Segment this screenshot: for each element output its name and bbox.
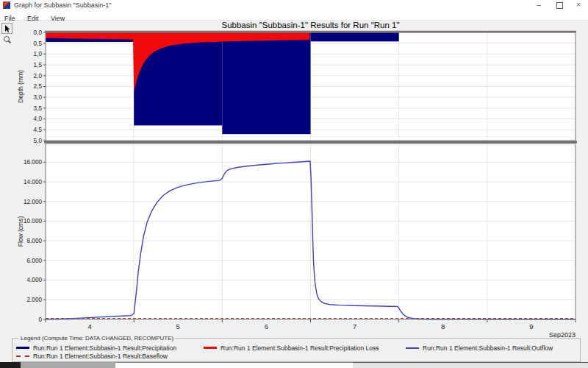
- depth-tick-label: 5,0: [34, 138, 43, 144]
- legend-label-outflow: Run:Run 1 Element:Subbasin-1 Result:Outf…: [423, 344, 553, 352]
- bottom-strip-segment: [21, 362, 115, 368]
- depth-tick-label: 3,0: [34, 94, 43, 101]
- bottom-edge-strip: [0, 362, 588, 368]
- day-tick-label: 9: [529, 322, 533, 330]
- depth-axis-title: Depth (mm): [17, 70, 24, 103]
- flow-tick-label: 8.000: [27, 238, 43, 244]
- day-tick-label: 5: [176, 322, 180, 330]
- baseflow-swatch: [16, 355, 29, 357]
- day-tick-label: 6: [265, 322, 268, 330]
- depth-tick-label: 3,5: [34, 105, 43, 112]
- depth-tick-label: 1,0: [34, 51, 43, 57]
- flow-tick-label: 14.000: [24, 179, 42, 185]
- precipitation-loss-swatch: [204, 347, 217, 349]
- chart-divider: [44, 141, 577, 144]
- day-tick-label: 7: [353, 322, 356, 330]
- bottom-strip-segment: [353, 362, 588, 368]
- legend-item-precipitation: Run:Run 1 Element:Subbasin-1 Result:Prec…: [16, 344, 176, 351]
- depth-tick-label: 1,5: [34, 62, 43, 68]
- depth-tick-label: 4,5: [34, 127, 43, 133]
- flow-tick-label: 10.000: [24, 218, 42, 224]
- precipitation-bar: [311, 32, 399, 41]
- depth-tick-label: 0,0: [34, 29, 43, 36]
- depth-tick-label: 2,5: [34, 83, 43, 90]
- legend-label-precipitation-loss: Run:Run 1 Element:Subbasin-1 Result:Prec…: [220, 344, 379, 352]
- flow-tick-label: 2.000: [27, 297, 43, 303]
- depth-tick-label: 0,5: [34, 40, 43, 47]
- bottom-strip-segment: [0, 362, 21, 368]
- flow-tick-label: 12.000: [24, 199, 42, 205]
- legend-label-precipitation: Run:Run 1 Element:Subbasin-1 Result:Prec…: [33, 344, 176, 352]
- bottom-strip-segment: [115, 362, 353, 368]
- day-tick-label: 8: [441, 322, 445, 330]
- flow-axis-title: Flow (cms): [17, 216, 24, 247]
- flow-tick-label: 16.000: [24, 159, 42, 166]
- depth-tick-label: 2,0: [34, 73, 43, 79]
- precipitation-swatch: [16, 347, 29, 349]
- precipitation-bar: [222, 32, 310, 134]
- legend-label-baseflow: Run:Run 1 Element:Subbasin-1 Result:Base…: [33, 353, 168, 360]
- outflow-swatch: [406, 347, 419, 349]
- legend-item-baseflow: Run:Run 1 Element:Subbasin-1 Result:Base…: [16, 353, 168, 359]
- results-chart[interactable]: 0,00,51,01,52,02,53,03,54,04,55,002.0004…: [0, 0, 588, 368]
- flow-tick-label: 6.000: [27, 258, 43, 264]
- legend-item-outflow: Run:Run 1 Element:Subbasin-1 Result:Outf…: [406, 344, 553, 351]
- flow-tick-label: 4.000: [27, 277, 43, 283]
- legend-title: Legend (Compute Time: DATA CHANGED, RECO…: [18, 335, 176, 342]
- flow-tick-label: 0: [38, 316, 42, 323]
- depth-tick-label: 4,0: [34, 116, 43, 122]
- day-tick-label: 4: [87, 322, 91, 330]
- legend-item-precipitation-loss: Run:Run 1 Element:Subbasin-1 Result:Prec…: [204, 344, 379, 351]
